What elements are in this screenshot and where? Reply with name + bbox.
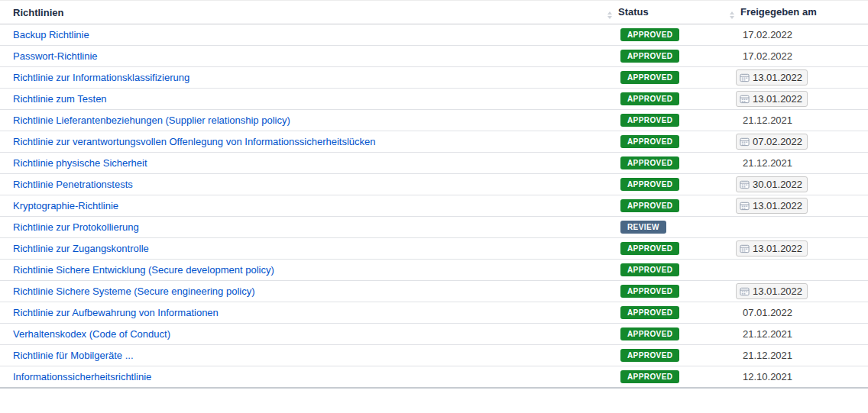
status-cell: APPROVED — [604, 324, 726, 345]
policy-link[interactable]: Richtlinie für Mobilgeräte ... — [13, 350, 134, 361]
status-badge: APPROVED — [620, 285, 679, 298]
policy-cell: Richtlinie zur Aufbewahrung von Informat… — [0, 302, 604, 324]
column-header-freigegeben-am[interactable]: Freigegeben am — [726, 1, 868, 24]
status-badge: APPROVED — [620, 263, 679, 276]
status-cell: APPROVED — [604, 195, 726, 217]
date-cell: 30.01.2022 — [726, 174, 868, 195]
status-badge: APPROVED — [620, 50, 679, 63]
table-header: Richtlinien Status Freigegeben am — [0, 1, 868, 24]
date-cell: 21.12.2021 — [726, 345, 868, 366]
status-cell: APPROVED — [604, 260, 726, 281]
policy-cell: Passwort-Richtlinie — [0, 46, 604, 67]
date-lozenge: 13.01.2022 — [736, 283, 808, 299]
table-row: Richtlinie physische Sicherheit APPROVED… — [0, 153, 868, 174]
policy-link[interactable]: Informationssicherheitsrichtlinie — [13, 371, 151, 382]
policy-link[interactable]: Richtlinie zur Aufbewahrung von Informat… — [13, 307, 219, 318]
policy-cell: Backup Richtlinie — [0, 24, 604, 46]
policy-link[interactable]: Richtlinie zum Testen — [13, 93, 107, 105]
date-value: 17.02.2022 — [743, 29, 792, 40]
date-value: 07.01.2022 — [743, 307, 792, 318]
table-row: Backup Richtlinie APPROVED 17.02.2022 — [0, 24, 868, 46]
date-value: 13.01.2022 — [753, 71, 802, 84]
table-row: Kryptographie-Richtlinie APPROVED — [0, 195, 868, 217]
table-row: Richtlinie zur verantwortungsvollen Offe… — [0, 131, 868, 153]
date-lozenge: 13.01.2022 — [736, 198, 808, 214]
table-row: Richtlinie zum Testen APPROVED — [0, 89, 868, 110]
status-cell: APPROVED — [604, 366, 726, 388]
status-cell: APPROVED — [604, 24, 726, 46]
date-value: 21.12.2021 — [743, 115, 792, 126]
status-cell: APPROVED — [604, 281, 726, 302]
date-value: 21.12.2021 — [743, 157, 792, 169]
date-cell: 17.02.2022 — [726, 24, 868, 46]
sort-icon[interactable] — [730, 11, 734, 19]
column-header-richtlinien[interactable]: Richtlinien — [0, 1, 604, 24]
policy-cell: Kryptographie-Richtlinie — [0, 195, 604, 217]
date-cell: 12.10.2021 — [726, 366, 868, 388]
table-row: Richtlinie für Mobilgeräte ... APPROVED … — [0, 345, 868, 366]
table-row: Informationssicherheitsrichtlinie APPROV… — [0, 366, 868, 388]
date-lozenge: 30.01.2022 — [736, 176, 808, 192]
status-badge: APPROVED — [620, 28, 679, 41]
policy-link[interactable]: Richtlinie Penetrationstests — [13, 179, 133, 190]
table-row: Richtlinie zur Informationsklassifizieru… — [0, 67, 868, 89]
policy-link[interactable]: Richtlinie zur verantwortungsvollen Offe… — [13, 136, 376, 147]
policy-link[interactable]: Richtlinie Sichere Entwicklung (Secure d… — [13, 264, 274, 276]
policy-link[interactable]: Richtlinie Sichere Systeme (Secure engin… — [13, 286, 254, 297]
status-cell: APPROVED — [604, 89, 726, 110]
date-value: 21.12.2021 — [743, 328, 792, 340]
policy-link[interactable]: Verhaltenskodex (Code of Conduct) — [13, 328, 170, 340]
policy-link[interactable]: Richtlinie Lieferantenbeziehungen (Suppl… — [13, 115, 290, 126]
date-cell: 17.02.2022 — [726, 46, 868, 67]
policy-link[interactable]: Passwort-Richtlinie — [13, 50, 98, 62]
column-label-richtlinien: Richtlinien — [13, 7, 63, 18]
status-badge: APPROVED — [620, 327, 679, 340]
status-cell: APPROVED — [604, 67, 726, 89]
policy-cell: Richtlinie zur Zugangskontrolle — [0, 238, 604, 260]
sort-icon[interactable] — [607, 11, 612, 19]
status-badge: APPROVED — [620, 135, 679, 148]
date-cell: 21.12.2021 — [726, 110, 868, 131]
table-row: Richtlinie Sichere Entwicklung (Secure d… — [0, 260, 868, 281]
status-badge: APPROVED — [620, 370, 679, 383]
table-row: Richtlinie Penetrationstests APPROVED — [0, 174, 868, 195]
policy-cell: Richtlinie Sichere Entwicklung (Secure d… — [0, 260, 604, 281]
status-badge: APPROVED — [620, 199, 679, 212]
date-value: 13.01.2022 — [753, 242, 802, 255]
status-badge: APPROVED — [620, 306, 679, 319]
date-value: 17.02.2022 — [743, 50, 792, 62]
status-badge: APPROVED — [620, 178, 679, 191]
policy-link[interactable]: Richtlinie zur Protokollierung — [13, 221, 139, 233]
policy-link[interactable]: Richtlinie zur Informationsklassifizieru… — [13, 72, 189, 83]
policy-cell: Richtlinie Lieferantenbeziehungen (Suppl… — [0, 110, 604, 131]
policy-cell: Richtlinie zur Informationsklassifizieru… — [0, 67, 604, 89]
policy-link[interactable]: Richtlinie physische Sicherheit — [13, 157, 147, 169]
column-label-freigegeben-am: Freigegeben am — [740, 6, 817, 18]
date-lozenge: 13.01.2022 — [736, 69, 808, 86]
calendar-icon — [740, 179, 750, 189]
header-row: Richtlinien Status Freigegeben am — [0, 1, 868, 24]
date-cell: 13.01.2022 — [726, 195, 868, 217]
date-lozenge: 07.02.2022 — [736, 134, 808, 150]
date-value: 13.01.2022 — [753, 199, 802, 212]
policy-cell: Richtlinie physische Sicherheit — [0, 153, 604, 174]
date-cell: 21.12.2021 — [726, 153, 868, 174]
status-badge: REVIEW — [620, 221, 666, 234]
date-lozenge: 13.01.2022 — [736, 91, 808, 107]
policy-link[interactable]: Kryptographie-Richtlinie — [13, 200, 118, 211]
policy-cell: Richtlinie Sichere Systeme (Secure engin… — [0, 281, 604, 302]
status-cell: REVIEW — [604, 217, 726, 238]
date-value: 21.12.2021 — [743, 350, 792, 361]
status-cell: APPROVED — [604, 174, 726, 195]
policy-link[interactable]: Backup Richtlinie — [13, 29, 89, 40]
policy-cell: Richtlinie zum Testen — [0, 89, 604, 110]
table-row: Richtlinie zur Protokollierung REVIEW — [0, 217, 868, 238]
column-header-status[interactable]: Status — [604, 1, 726, 24]
date-value: 12.10.2021 — [743, 371, 792, 382]
status-cell: APPROVED — [604, 238, 726, 260]
date-value: 13.01.2022 — [753, 92, 802, 105]
date-cell — [726, 260, 868, 281]
table-body: Backup Richtlinie APPROVED 17.02.2022 Pa… — [0, 24, 868, 388]
calendar-icon — [740, 201, 750, 211]
policy-link[interactable]: Richtlinie zur Zugangskontrolle — [13, 243, 149, 254]
